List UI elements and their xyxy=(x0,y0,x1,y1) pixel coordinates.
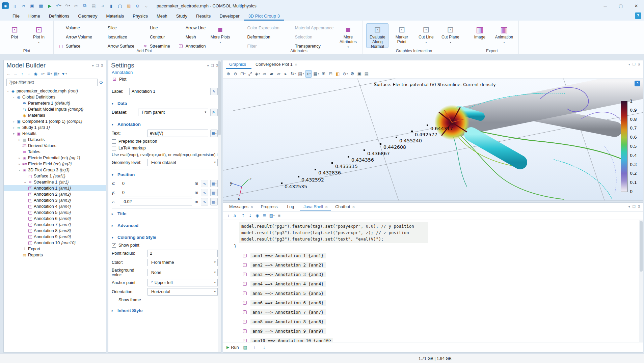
tree-node[interactable]: ▹ Study 1 {std 1} xyxy=(4,124,106,131)
show-frame-checkbox[interactable] xyxy=(112,298,116,302)
menu-tab[interactable]: Mesh xyxy=(152,12,172,21)
scene-light-icon[interactable]: ◖▾ xyxy=(305,70,312,78)
panel-menu-icon[interactable]: ▾ xyxy=(92,64,94,67)
add-plot-item[interactable]: Annotation xyxy=(177,43,207,49)
redo-icon[interactable]: ↷▾ xyxy=(63,1,72,10)
show-axes-icon[interactable]: ⊟ xyxy=(327,70,334,78)
console-tab[interactable]: Log xyxy=(284,203,299,211)
section-position[interactable]: ▾ Position xyxy=(112,171,218,178)
tree-node[interactable]: Annotation 4 {ann4} xyxy=(4,203,106,210)
tree-node[interactable]: Annotation 8 {ann8} xyxy=(4,228,106,234)
zoom-out-icon[interactable]: ⊖ xyxy=(232,70,239,78)
graphics-interaction-button[interactable]: ⊡ Cut Plane ▾ xyxy=(439,23,461,48)
add-plot-item[interactable]: Volume xyxy=(57,25,93,31)
play-animation-icon[interactable]: ▸ xyxy=(283,70,289,78)
point-radius-input[interactable]: 2 xyxy=(147,250,218,257)
console-scrollbar[interactable] xyxy=(639,220,643,342)
annotation-text-input[interactable]: eval(V) xyxy=(147,130,208,137)
stop-icon[interactable]: ■ xyxy=(276,212,283,219)
graphics-tab[interactable]: Graphics xyxy=(226,61,251,69)
collapse-icon[interactable]: ≣▾ xyxy=(46,71,53,77)
menu-tab[interactable]: Geometry xyxy=(74,12,102,21)
close-tab-icon[interactable]: ✕ xyxy=(325,205,328,209)
console-tab[interactable]: Messages ✕ xyxy=(226,203,257,211)
tree-node[interactable]: Default Model Inputs {cminpt} xyxy=(4,106,106,112)
zoom-selection-icon[interactable]: ▢ xyxy=(116,1,124,10)
tree-node[interactable]: ▹ Component 1 (comp 1) {comp1} xyxy=(4,118,106,124)
background-color-select[interactable]: None xyxy=(147,269,218,276)
tree-node[interactable]: Annotation 9 {ann9} xyxy=(4,234,106,240)
attribute-item[interactable]: Material Appearance xyxy=(286,25,335,31)
tree-node[interactable]: Materials xyxy=(4,112,106,118)
graphics-canvas[interactable]: Surface: Electric potential (V) Streamli… xyxy=(223,79,643,200)
menu-tab[interactable]: Developer xyxy=(215,12,244,21)
menu-tab[interactable]: Materials xyxy=(102,12,128,21)
range-icon[interactable]: ∿ xyxy=(201,198,208,205)
add-plot-item[interactable]: Mesh xyxy=(177,34,207,40)
view-yz-icon[interactable]: ▰ xyxy=(268,70,275,78)
graphics-interaction-button[interactable]: ⊡ Cut Line ▾ xyxy=(415,23,437,48)
tree-node[interactable]: ▹ Electric Potential (ec) {pg 1} xyxy=(4,155,106,161)
clear-shell-icon[interactable]: ▨▾ xyxy=(269,212,275,219)
run-icon[interactable]: ▶ xyxy=(46,1,54,10)
float-panel-icon[interactable]: ❐ xyxy=(633,62,636,66)
menu-tab-contextual[interactable]: 3D Plot Group 3 xyxy=(244,12,284,21)
position-input[interactable]: 0 xyxy=(120,180,192,187)
show-icon[interactable]: ◉ xyxy=(33,71,39,77)
tree-expander-icon[interactable]: ▹ xyxy=(11,126,16,129)
section-annotation[interactable]: ▾ Annotation xyxy=(112,121,218,128)
visibility-icon[interactable]: ⊙▾ xyxy=(342,70,349,78)
add-plot-item[interactable]: Arrow Volume xyxy=(57,34,93,40)
tree-node[interactable]: Derived Values xyxy=(4,143,106,149)
add-plot-item[interactable]: Contour xyxy=(141,34,171,40)
tree-node[interactable]: Annotation 10 {ann10} xyxy=(4,240,106,246)
expression-menu-icon[interactable]: ▦▾ xyxy=(210,189,218,196)
attribute-item[interactable]: Transparency xyxy=(286,43,335,49)
latex-markup-checkbox[interactable] xyxy=(112,146,116,150)
dataset-select[interactable]: From parent xyxy=(138,109,208,116)
section-coloring-style[interactable]: ▾ Coloring and Style xyxy=(112,234,218,241)
menu-tab[interactable]: Definitions xyxy=(45,12,74,21)
settings-plot-button[interactable]: ⊡ Plot xyxy=(112,77,127,82)
default-view-icon[interactable]: ◈▾ xyxy=(254,70,261,78)
pin-panel-icon[interactable]: ⊼ xyxy=(638,205,640,208)
pin-panel-icon[interactable]: ⊼ xyxy=(638,62,640,66)
zoom-box-icon[interactable]: ⊡▾ xyxy=(239,70,246,78)
close-tab-icon[interactable]: ✕ xyxy=(250,205,253,209)
tree-filter-input[interactable] xyxy=(6,79,98,86)
add-plot-item[interactable]: Surface xyxy=(57,43,93,49)
zoom-extents-icon[interactable]: ⤢ xyxy=(247,70,253,78)
update-plot-icon[interactable]: ⚙ xyxy=(349,70,356,78)
tree-expander-icon[interactable]: ▹ xyxy=(11,120,16,123)
add-plot-item[interactable]: Streamline xyxy=(141,43,171,49)
history-up-icon[interactable]: ↑ xyxy=(251,344,258,351)
insert-expression-icon[interactable]: ▦▾ xyxy=(210,130,218,137)
range-icon[interactable]: ∿ xyxy=(201,189,208,196)
float-panel-icon[interactable]: ❐ xyxy=(633,205,636,208)
collapse-all-icon[interactable]: ⇣ xyxy=(247,212,253,219)
filter-funnel-icon[interactable]: ▼▾ xyxy=(60,71,67,77)
add-plot-item[interactable]: Arrow Line xyxy=(177,25,207,31)
panel-menu-icon[interactable]: ▾ xyxy=(628,62,630,66)
declarations-icon[interactable]: ⫶ xyxy=(226,212,232,219)
export-button[interactable]: ▥ Animation ▾ xyxy=(493,23,515,48)
console-tab[interactable]: Java Shell ✕ xyxy=(300,203,331,211)
run-button[interactable]: ▶ Run xyxy=(226,345,239,350)
expression-menu-icon[interactable]: ▦▾ xyxy=(210,198,218,205)
rename-icon[interactable]: ✎ xyxy=(210,88,218,95)
export-button[interactable]: ▥ Image xyxy=(468,23,491,48)
anchor-point-select[interactable]: ⌜ Upper left xyxy=(147,279,218,286)
tree-node[interactable]: Export xyxy=(4,246,106,252)
add-plot-item[interactable]: Slice xyxy=(99,25,136,31)
prepend-position-checkbox[interactable] xyxy=(112,139,116,144)
zoom-in-icon[interactable]: ⊕ xyxy=(225,70,232,78)
customize-icon[interactable]: ⌄ xyxy=(142,1,151,10)
geometry-level-select[interactable]: From dataset xyxy=(147,159,218,166)
word-wrap-icon[interactable]: ≣ xyxy=(262,212,268,219)
menu-tab[interactable]: File xyxy=(8,12,24,21)
tree-node[interactable]: Annotation 1 {ann1} xyxy=(4,185,106,191)
tree-expander-icon[interactable]: ▿ xyxy=(11,132,16,135)
paste-icon[interactable]: ▤ xyxy=(90,1,98,10)
minimize-icon[interactable]: ─ xyxy=(597,0,613,11)
import-icon[interactable]: ⇥ xyxy=(99,1,107,10)
